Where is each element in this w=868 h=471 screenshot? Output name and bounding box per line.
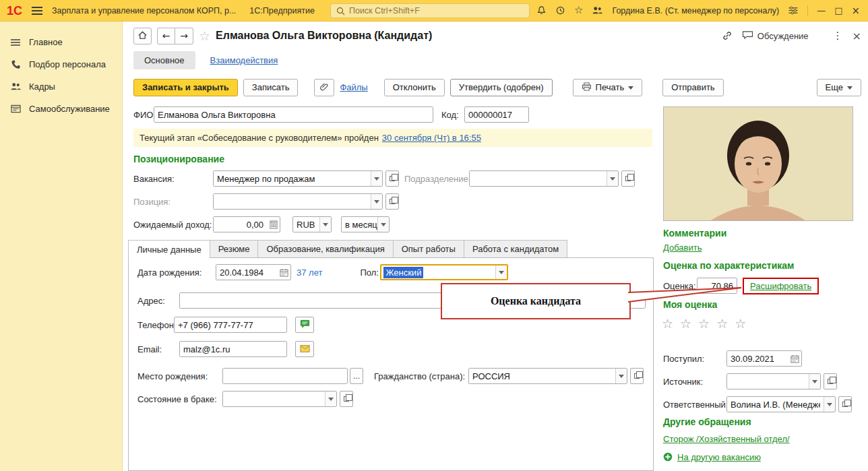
- open-button[interactable]: [621, 170, 635, 187]
- maximize-button[interactable]: □: [834, 5, 842, 15]
- users-icon[interactable]: [592, 6, 603, 15]
- copy-link-icon[interactable]: [722, 30, 733, 41]
- sms-button[interactable]: [295, 317, 314, 333]
- score-input[interactable]: [698, 278, 737, 293]
- dropdown-button[interactable]: [809, 374, 820, 389]
- history-icon[interactable]: [555, 5, 565, 15]
- rating-star-icon[interactable]: ☆: [680, 317, 691, 330]
- rating-star-icon[interactable]: ☆: [716, 317, 728, 330]
- expected-income-input[interactable]: [214, 217, 267, 232]
- reject-button[interactable]: Отклонить: [384, 79, 445, 96]
- open-button[interactable]: [385, 193, 399, 210]
- open-button[interactable]: [340, 391, 353, 407]
- to-other-vacancy-link[interactable]: На другую вакансию: [677, 452, 761, 462]
- tab-main[interactable]: Основное: [133, 51, 195, 69]
- attach-button[interactable]: [314, 79, 334, 96]
- dropdown-button[interactable]: [615, 369, 627, 383]
- choose-button[interactable]: ...: [350, 368, 363, 384]
- email-input[interactable]: [180, 342, 286, 356]
- marital-status-label: Состояние в браке:: [137, 394, 222, 404]
- save-button[interactable]: Записать: [243, 79, 299, 96]
- rating-stars: ☆ ☆ ☆ ☆ ☆: [662, 315, 746, 332]
- dropdown-button[interactable]: [371, 171, 382, 186]
- dropdown-button[interactable]: [607, 171, 618, 186]
- open-button[interactable]: [385, 170, 399, 187]
- stage-date-link[interactable]: 30 сентября (Чт) в 16:55: [382, 133, 481, 143]
- citizenship-input[interactable]: [469, 369, 615, 383]
- dropdown-button[interactable]: [319, 217, 331, 232]
- print-button[interactable]: Печать: [573, 79, 643, 96]
- my-rating-header: Моя оценка: [663, 299, 717, 310]
- home-button[interactable]: [133, 28, 152, 44]
- birthdate-input[interactable]: [216, 265, 278, 280]
- forward-button[interactable]: →: [175, 28, 193, 44]
- calendar-icon[interactable]: [278, 265, 290, 280]
- current-user[interactable]: Гордина Е.В. (Ст. менеджер по персоналу): [612, 6, 779, 15]
- open-button[interactable]: [824, 373, 837, 389]
- back-button[interactable]: ←: [157, 28, 175, 44]
- favorite-star-icon[interactable]: ☆: [199, 28, 210, 43]
- rating-star-icon[interactable]: ☆: [698, 317, 710, 330]
- save-close-button[interactable]: Записать и закрыть: [133, 79, 238, 96]
- sidebar-item-main[interactable]: Главное: [0, 31, 122, 53]
- open-icon: [625, 176, 631, 181]
- tab-personal-data[interactable]: Личные данные: [128, 240, 210, 258]
- other-request-link[interactable]: Сторож /Хозяйственный отдел/: [663, 434, 790, 444]
- envelope-icon: [300, 345, 310, 354]
- vacancy-input[interactable]: [214, 171, 371, 186]
- minimize-button[interactable]: —: [817, 5, 826, 15]
- files-link[interactable]: Файлы: [340, 82, 367, 92]
- tab-candidate-work[interactable]: Работа с кандидатом: [464, 240, 567, 257]
- approve-button[interactable]: Утвердить (одобрен): [450, 79, 553, 96]
- favorites-icon[interactable]: ☆: [574, 5, 583, 15]
- birthplace-input[interactable]: [223, 369, 347, 383]
- calculator-icon[interactable]: [267, 217, 280, 232]
- tab-education[interactable]: Образование, квалификация: [257, 240, 393, 257]
- tab-experience[interactable]: Опыт работы: [393, 240, 464, 257]
- dropdown-button[interactable]: [325, 391, 336, 406]
- more-actions-button[interactable]: Еще: [817, 79, 861, 96]
- settings-sliders-icon[interactable]: [788, 6, 799, 15]
- department-input[interactable]: [470, 171, 607, 186]
- sidebar-item-recruiting[interactable]: Подбор персонала: [0, 53, 122, 75]
- open-icon: [828, 379, 833, 384]
- close-window-button[interactable]: ×: [851, 5, 860, 17]
- dropdown-button[interactable]: [495, 265, 507, 279]
- close-form-button[interactable]: ×: [852, 30, 861, 42]
- discussion-button[interactable]: Обсуждение: [742, 30, 809, 42]
- fio-input[interactable]: [154, 107, 433, 122]
- global-search-input[interactable]: Поиск Ctrl+Shift+F: [330, 3, 530, 18]
- gender-value[interactable]: Женский: [383, 267, 423, 278]
- source-input[interactable]: [727, 374, 809, 389]
- marital-status-input[interactable]: [223, 391, 325, 406]
- list-icon: [9, 38, 22, 47]
- decode-link[interactable]: Расшифровать: [750, 281, 811, 291]
- rating-star-icon[interactable]: ☆: [662, 317, 673, 330]
- more-label: Еще: [826, 82, 843, 92]
- send-email-button[interactable]: [295, 341, 314, 357]
- calendar-icon[interactable]: [788, 351, 801, 366]
- open-button[interactable]: [838, 396, 852, 412]
- open-button[interactable]: [630, 368, 644, 384]
- position-label: Позиция:: [133, 197, 213, 207]
- more-button[interactable]: ⋮: [833, 30, 843, 42]
- candidate-photo: [663, 106, 853, 221]
- position-input[interactable]: [214, 194, 371, 209]
- form-tabs: Основное Взаимодействия: [133, 51, 278, 69]
- dropdown-button[interactable]: [371, 194, 382, 209]
- dropdown-button[interactable]: [824, 397, 835, 412]
- sidebar-item-hr[interactable]: Кадры: [0, 75, 122, 98]
- code-input[interactable]: [465, 107, 528, 122]
- send-button[interactable]: Отправить: [662, 79, 723, 96]
- dropdown-button[interactable]: [377, 217, 389, 232]
- tab-resume[interactable]: Резюме: [210, 240, 259, 257]
- tab-interactions[interactable]: Взаимодействия: [210, 55, 278, 65]
- responsible-input[interactable]: [727, 397, 824, 412]
- received-date-input[interactable]: [727, 351, 788, 366]
- hamburger-menu-icon[interactable]: [32, 7, 42, 15]
- bell-icon[interactable]: [536, 5, 547, 15]
- sidebar-item-selfservice[interactable]: Самообслуживание: [0, 98, 122, 120]
- rating-star-icon[interactable]: ☆: [735, 317, 746, 330]
- add-comment-link[interactable]: Добавить: [663, 243, 702, 253]
- phone-input[interactable]: [175, 317, 286, 332]
